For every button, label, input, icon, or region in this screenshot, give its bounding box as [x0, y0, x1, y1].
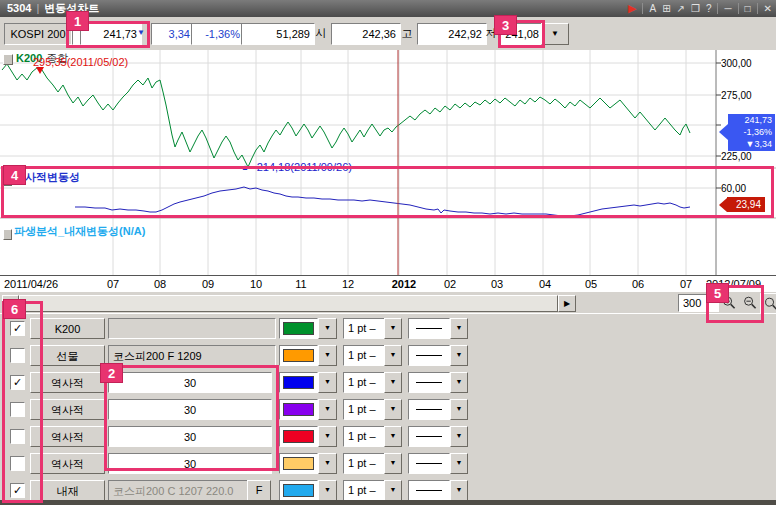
close-icon[interactable]: ✕ [764, 1, 772, 16]
color-dropdown-button[interactable]: ▼ [318, 399, 337, 420]
x-tick: 02 [439, 278, 461, 290]
tag-pct: -1,36% [728, 126, 772, 138]
row-checkbox[interactable] [10, 456, 25, 471]
font-icon[interactable]: A [649, 1, 656, 16]
line-width-dropdown-button[interactable]: ▼ [384, 345, 402, 366]
high-value: 242,92 [417, 23, 487, 45]
chart-canvas [0, 50, 776, 275]
line-width-dropdown-button[interactable]: ▼ [384, 480, 402, 501]
line-style-dropdown-button[interactable]: ▼ [450, 480, 468, 501]
color-dropdown-button[interactable]: ▼ [318, 372, 337, 393]
new-window-icon[interactable]: ⊞ [662, 1, 670, 16]
title-bar[interactable]: 5304|변동성차트 ▶ A ⊞ ↗ ❐ ? ─ □ ✕ [0, 0, 776, 17]
zoom-reset-button[interactable] [760, 293, 776, 314]
x-tick: 05 [580, 278, 602, 290]
period-input[interactable]: 30 [108, 399, 272, 420]
line-width-dropdown-button[interactable]: ▼ [384, 426, 402, 447]
icon-divider [757, 3, 758, 14]
symbol-dropdown-button[interactable]: ▼ [541, 23, 569, 45]
color-dropdown-button[interactable]: ▼ [318, 318, 337, 339]
color-swatch-box [279, 318, 318, 339]
help-icon[interactable]: ? [706, 1, 712, 16]
color-swatch-box [279, 453, 318, 474]
line-style-dropdown-button[interactable]: ▼ [450, 318, 468, 339]
row-checkbox[interactable] [10, 429, 25, 444]
period-input[interactable]: 30 [108, 453, 272, 474]
line-style-preview [408, 453, 450, 474]
futures-option-button[interactable]: F [247, 480, 271, 501]
y-tick-275: 275,00 [721, 90, 752, 101]
play-icon[interactable]: ▶ [628, 1, 636, 16]
row-checkbox[interactable]: ✓ [10, 375, 25, 390]
window-code: 5304 [7, 2, 31, 14]
hist-vol-tag: 23,94 [727, 197, 765, 212]
line-style-preview [408, 426, 450, 447]
row-checkbox[interactable] [10, 348, 25, 363]
line-style-dropdown-button[interactable]: ▼ [450, 372, 468, 393]
line-width-dropdown-button[interactable]: ▼ [384, 453, 402, 474]
row-label[interactable]: 내재 [30, 480, 105, 501]
maximize-icon[interactable]: □ [745, 1, 751, 16]
y-tick-300: 300,00 [721, 58, 752, 69]
change-pct-value: -1,36% [191, 23, 245, 45]
quote-bar: KOSPI 200 241,73 ▼ 3,34 -1,36% 51,289 시 … [0, 17, 776, 51]
minimize-icon[interactable]: ─ [724, 1, 731, 16]
callout-badge-4: 4 [3, 165, 26, 185]
x-tick-start-date: 2011/04/26 [4, 278, 58, 290]
settings-row-k200: ✓ K200 ▼ 1 pt – ▼ ▼ [0, 318, 776, 339]
row-label[interactable]: K200 [30, 318, 105, 339]
period-input[interactable]: 30 [108, 426, 272, 447]
row-checkbox[interactable]: ✓ [10, 483, 25, 498]
row-label[interactable]: 역사적 [30, 453, 105, 474]
implied-vol-label: 파생분석_내재변동성(N/A) [14, 224, 145, 239]
row-label[interactable]: 역사적 [30, 426, 105, 447]
x-tick: 08 [149, 278, 171, 290]
zoom-out-button[interactable] [740, 293, 759, 312]
cascade-icon[interactable]: ❐ [691, 1, 700, 16]
line-width-dropdown-button[interactable]: ▼ [384, 372, 402, 393]
x-tick: 12 [337, 278, 359, 290]
x-tick-year: 2012 [386, 278, 422, 290]
row-label[interactable]: 역사적 [30, 372, 105, 393]
row-field [108, 318, 276, 339]
line-style-dropdown-button[interactable]: ▼ [450, 453, 468, 474]
chart-area[interactable]: K200종합 295,35(2011/05/02) ▲─214,18(2011/… [0, 50, 776, 275]
color-swatch-box [279, 345, 318, 366]
line-width-value: 1 pt – [343, 372, 388, 393]
row-checkbox[interactable] [10, 402, 25, 417]
x-tick: 11 [290, 278, 312, 290]
color-swatch-box [279, 399, 318, 420]
collapse-box-icon[interactable] [3, 54, 13, 65]
period-input[interactable]: 30 [108, 372, 272, 393]
scrollbar-thumb[interactable] [19, 295, 558, 312]
color-swatch [283, 430, 314, 443]
open-value: 242,36 [331, 23, 401, 45]
line-style-preview [408, 480, 450, 501]
scroll-right-button[interactable]: ▶ [558, 295, 576, 312]
y-tick-225: 225,00 [721, 151, 752, 162]
high-label: 고 [397, 23, 417, 43]
chart-toolbar: ◄ ▶ 300 [0, 292, 776, 313]
current-price-tag: 241,73 -1,36% ▼3,34 [728, 114, 775, 151]
row-field[interactable]: 코스피200 F 1209 [108, 345, 276, 366]
color-dropdown-button[interactable]: ▼ [318, 480, 337, 501]
row-checkbox[interactable]: ✓ [10, 321, 25, 336]
line-width-dropdown-button[interactable]: ▼ [384, 318, 402, 339]
line-style-dropdown-button[interactable]: ▼ [450, 345, 468, 366]
row-label[interactable]: 역사적 [30, 399, 105, 420]
row-label[interactable]: 선물 [30, 345, 105, 366]
color-dropdown-button[interactable]: ▼ [318, 345, 337, 366]
line-width-dropdown-button[interactable]: ▼ [384, 399, 402, 420]
tag-change: ▼3,34 [728, 138, 772, 150]
change-value: 3,34 [151, 23, 195, 45]
color-dropdown-button[interactable]: ▼ [318, 426, 337, 447]
x-axis: 2011/04/26 07 08 09 10 11 12 2012 02 03 … [0, 275, 776, 293]
price-down-arrow-icon: ▼ [137, 23, 149, 43]
line-style-dropdown-button[interactable]: ▼ [450, 399, 468, 420]
popout-icon[interactable]: ↗ [677, 1, 685, 16]
color-dropdown-button[interactable]: ▼ [318, 453, 337, 474]
x-tick: 09 [197, 278, 219, 290]
x-tick: 06 [627, 278, 649, 290]
open-label: 시 [311, 23, 331, 43]
line-style-dropdown-button[interactable]: ▼ [450, 426, 468, 447]
